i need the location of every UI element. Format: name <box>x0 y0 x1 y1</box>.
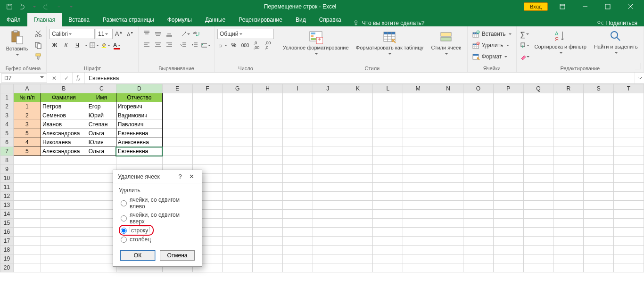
cell[interactable] <box>403 210 433 219</box>
row-header[interactable]: 1 <box>0 93 14 102</box>
cell[interactable] <box>373 201 403 210</box>
cell[interactable] <box>403 138 433 147</box>
cell[interactable] <box>553 237 584 246</box>
cell[interactable] <box>223 228 253 237</box>
cell[interactable] <box>13 183 41 192</box>
cell[interactable] <box>253 263 283 272</box>
cell[interactable]: Петров <box>41 102 87 111</box>
cell[interactable] <box>433 120 463 129</box>
cell[interactable] <box>584 246 614 254</box>
cell[interactable] <box>282 129 313 138</box>
cell[interactable] <box>614 263 644 272</box>
cell[interactable] <box>192 156 223 165</box>
cell[interactable] <box>553 246 584 254</box>
cell[interactable] <box>373 156 403 165</box>
cell[interactable] <box>313 129 343 138</box>
format-cells-button[interactable]: Формат <box>471 51 513 62</box>
cell[interactable] <box>87 183 116 192</box>
cell[interactable] <box>373 192 403 201</box>
cell[interactable] <box>343 263 373 272</box>
bold-button[interactable]: Ж <box>50 40 60 50</box>
cell[interactable] <box>282 111 313 120</box>
cell[interactable] <box>584 237 614 246</box>
cell[interactable] <box>253 219 283 228</box>
cell[interactable] <box>584 111 614 120</box>
cell[interactable] <box>223 174 253 183</box>
cell[interactable] <box>343 102 373 111</box>
row-header[interactable]: 8 <box>0 156 14 165</box>
row-header[interactable]: 15 <box>0 219 14 228</box>
cell[interactable] <box>493 147 523 156</box>
cell[interactable] <box>614 156 644 165</box>
undo-icon[interactable] <box>16 1 27 12</box>
cell[interactable] <box>87 228 116 237</box>
worksheet-grid[interactable]: ABCDEFGHIJKLMNOPQRST1№ п/пФамилияИмяОтче… <box>0 84 644 287</box>
number-format-combo[interactable]: Общий <box>217 29 274 39</box>
cell[interactable] <box>253 174 283 183</box>
tab-data[interactable]: Данные <box>198 13 232 26</box>
cell[interactable] <box>433 111 463 120</box>
cell[interactable] <box>253 111 283 120</box>
cell[interactable] <box>493 183 523 192</box>
column-header[interactable]: S <box>584 84 614 93</box>
cell[interactable]: Юлия <box>87 138 116 147</box>
cell[interactable]: Евгеньевна <box>116 129 162 138</box>
cell[interactable] <box>433 165 463 174</box>
cell[interactable] <box>343 219 373 228</box>
row-header[interactable]: 14 <box>0 210 14 219</box>
cell[interactable] <box>403 192 433 201</box>
orientation-icon[interactable] <box>180 29 190 39</box>
cell[interactable] <box>403 201 433 210</box>
cell[interactable] <box>463 156 493 165</box>
cell[interactable] <box>523 102 553 111</box>
cell[interactable] <box>463 192 493 201</box>
column-header[interactable]: E <box>162 84 192 93</box>
cell[interactable] <box>87 165 116 174</box>
cell[interactable]: 2 <box>13 111 41 120</box>
align-center-icon[interactable] <box>153 40 163 50</box>
cell[interactable] <box>313 111 343 120</box>
cell[interactable] <box>523 237 553 246</box>
cell[interactable] <box>553 165 584 174</box>
cell[interactable] <box>523 210 553 219</box>
cell[interactable] <box>523 156 553 165</box>
cell[interactable]: Отчество <box>116 93 162 102</box>
cell[interactable] <box>41 201 87 210</box>
column-header[interactable]: G <box>223 84 253 93</box>
row-header[interactable]: 4 <box>0 120 14 129</box>
cell[interactable] <box>463 263 493 272</box>
cell[interactable] <box>253 156 283 165</box>
paste-button[interactable]: Вставить <box>3 29 31 58</box>
cell[interactable]: Алексеевна <box>116 138 162 147</box>
decrease-font-icon[interactable]: A▼ <box>125 29 135 39</box>
cell[interactable] <box>614 111 644 120</box>
cell[interactable] <box>343 138 373 147</box>
cell[interactable] <box>373 254 403 263</box>
cell[interactable] <box>87 192 116 201</box>
radio-shift-up[interactable]: ячейки, со сдвигом вверх <box>119 211 196 226</box>
row-header[interactable]: 12 <box>0 192 14 201</box>
login-button[interactable]: Вход <box>524 2 548 11</box>
cell[interactable] <box>614 174 644 183</box>
cell[interactable] <box>282 174 313 183</box>
cell[interactable] <box>313 246 343 254</box>
cell[interactable] <box>343 129 373 138</box>
cell[interactable] <box>523 263 553 272</box>
percent-format-icon[interactable]: % <box>229 40 239 50</box>
cell-styles-button[interactable]: Стили ячеек <box>428 29 464 57</box>
cell[interactable] <box>433 93 463 102</box>
cell[interactable] <box>13 219 41 228</box>
close-icon[interactable] <box>619 0 641 13</box>
cell[interactable] <box>343 156 373 165</box>
cell[interactable] <box>282 263 313 272</box>
cell[interactable] <box>403 120 433 129</box>
tab-formulas[interactable]: Формулы <box>161 13 198 26</box>
cell[interactable] <box>614 165 644 174</box>
cell[interactable] <box>463 254 493 263</box>
fill-icon[interactable] <box>520 40 530 50</box>
cell[interactable] <box>403 263 433 272</box>
cell[interactable] <box>463 102 493 111</box>
name-box[interactable]: D7 <box>1 74 47 82</box>
cell[interactable] <box>253 210 283 219</box>
cell[interactable] <box>313 156 343 165</box>
